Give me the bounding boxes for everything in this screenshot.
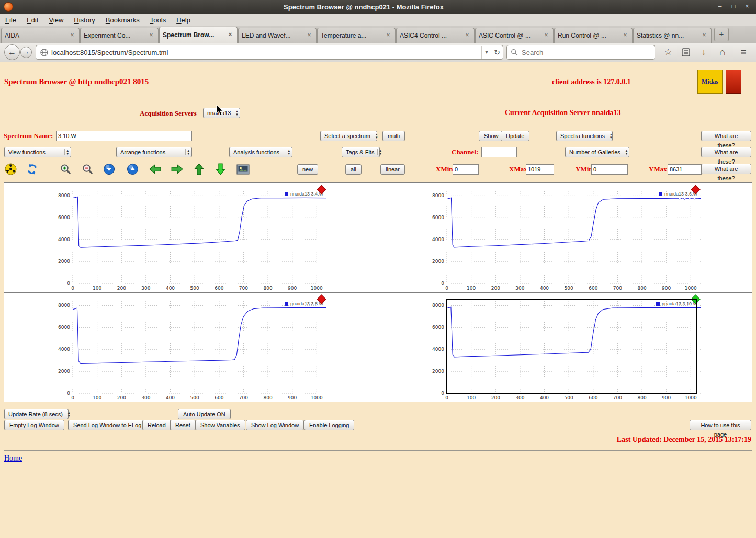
bookmarks-list-icon[interactable] [679,45,693,59]
search-input[interactable] [521,48,655,57]
menu-help[interactable]: Help [171,14,196,26]
tab-close-icon[interactable]: × [464,32,471,39]
what-are-these-button-1[interactable]: What are these? [701,131,751,141]
analysis-functions-select[interactable]: Analysis functions ▴▾ [229,147,292,157]
tags-fits-select[interactable]: Tags & Fits ▴▾ [342,147,380,157]
radiation-icon[interactable] [5,163,17,177]
linear-button[interactable]: linear [380,164,405,175]
bookmark-star-icon[interactable]: ☆ [661,45,675,59]
spectrum-panel-3-10-w[interactable]: 0200040006000800001002003004005006007008… [378,293,752,402]
svg-text:400: 400 [540,395,549,400]
select-spectrum-select[interactable]: Select a spectrum ▴▾ [320,131,377,141]
reset-button[interactable]: Reset [170,420,196,430]
tab-close-icon[interactable]: × [306,32,313,39]
maximize-icon[interactable]: □ [728,2,739,12]
menu-tools[interactable]: Tools [145,14,171,26]
reload-icon[interactable]: ↻ [491,48,503,56]
tab-close-icon[interactable]: × [385,32,392,39]
tab-asic-control[interactable]: ASIC Control @ ... × [475,28,554,43]
forward-icon[interactable]: → [20,47,32,58]
spectra-functions-select[interactable]: Spectra functions ▴▾ [556,131,613,141]
midas-logo[interactable]: Midas [697,70,723,94]
tab-statistics[interactable]: Statistics @ nn... × [633,28,712,43]
what-are-these-button-3[interactable]: What are these? [701,164,751,174]
menu-file[interactable]: File [0,14,21,26]
back-icon[interactable]: ← [4,44,20,60]
spectrum-panel-3-4-w[interactable]: 0200040006000800001002003004005006007008… [4,183,378,293]
spectrum-panel-3-6-w[interactable]: 0200040006000800001002003004005006007008… [378,183,752,293]
site-identity-globe-icon[interactable] [40,49,48,56]
arrow-down-icon[interactable] [215,163,226,178]
update-rate-select[interactable]: Update Rate (8 secs) ▴▾ [4,409,69,419]
tab-close-icon[interactable]: × [227,31,234,39]
multi-button[interactable]: multi [382,131,405,141]
zoom-in-icon[interactable] [60,163,72,177]
menu-edit[interactable]: Edit [21,14,43,26]
home-link[interactable]: Home [4,454,22,463]
hamburger-menu-icon[interactable]: ≡ [737,45,750,59]
tab-led-waveform[interactable]: LED and Wavef... × [238,28,317,43]
tab-close-icon[interactable]: × [622,32,629,39]
downloads-icon[interactable]: ↓ [697,45,710,59]
auto-update-button[interactable]: Auto Update ON [178,409,231,419]
menu-history[interactable]: History [69,14,100,26]
ymax-input[interactable] [668,164,702,175]
xmax-input[interactable] [526,164,554,175]
url-dropdown-icon[interactable]: ▾ [481,46,491,59]
url-bar[interactable]: localhost:8015/Spectrum/Spectrum.tml ▾ ↻ [36,45,503,60]
what-are-these-button-2[interactable]: What are these? [701,147,751,157]
refresh-icon[interactable] [26,163,38,177]
show-log-window-button[interactable]: Show Log Window [246,420,304,430]
spectrum-panel-3-8-w[interactable]: 0200040006000800001002003004005006007008… [4,293,378,402]
send-log-to-elog-button[interactable]: Send Log Window to ELog [68,420,146,430]
spinner-icon: ▴▾ [66,411,70,417]
gallery-image-icon[interactable] [236,164,250,177]
show-variables-button[interactable]: Show Variables [195,420,245,430]
legend-swatch [659,192,662,196]
tab-close-icon[interactable]: × [701,32,708,39]
all-button[interactable]: all [345,164,362,175]
arrow-right-icon[interactable] [171,164,184,177]
view-functions-select[interactable]: View functions ▴▾ [4,147,71,157]
ymin-input[interactable] [591,164,628,175]
search-bar[interactable] [506,45,655,60]
tab-close-icon[interactable]: × [543,32,550,39]
collapse-sphere-icon[interactable] [103,163,115,177]
show-button[interactable]: Show [479,131,504,141]
svg-text:200: 200 [491,285,500,291]
acquisition-server-select[interactable]: nnaida13 ▴▾ [203,108,240,118]
new-tab-icon[interactable]: + [714,28,729,41]
enable-logging-button[interactable]: Enable Logging [304,420,354,430]
window-close-icon[interactable]: × [741,2,753,12]
how-to-use-button[interactable]: How to use this page [690,420,751,430]
tab-aida[interactable]: AIDA × [1,28,80,43]
arrow-left-icon[interactable] [149,164,162,177]
home-icon[interactable]: ⌂ [716,45,729,59]
spectrum-name-input[interactable] [56,131,192,141]
reload-button[interactable]: Reload [142,420,171,430]
update-button[interactable]: Update [501,131,529,141]
zoom-out-icon[interactable] [82,163,94,177]
xmin-input[interactable] [453,164,479,175]
menu-view[interactable]: View [43,14,69,26]
tab-experiment-control[interactable]: Experiment Co... × [80,28,159,43]
new-button[interactable]: new [297,164,318,175]
svg-text:300: 300 [515,395,524,400]
channel-input[interactable] [481,147,517,157]
spinner-icon: ▴▾ [286,149,290,155]
tab-close-icon[interactable]: × [148,32,155,39]
tab-spectrum-browser[interactable]: Spectrum Brow... × [159,27,238,43]
arrow-up-icon[interactable] [194,163,205,178]
minimize-icon[interactable]: – [714,2,726,12]
url-text[interactable]: localhost:8015/Spectrum/Spectrum.tml [51,49,481,56]
facility-logo[interactable] [726,70,741,94]
tab-run-control[interactable]: Run Control @ ... × [554,28,633,43]
number-of-galleries-select[interactable]: Number of Galleries ▴▾ [565,147,629,157]
expand-sphere-icon[interactable] [127,163,139,177]
tab-asic4-control[interactable]: ASIC4 Control ... × [396,28,475,43]
menu-bookmarks[interactable]: Bookmarks [100,14,145,26]
tab-close-icon[interactable]: × [69,32,76,39]
empty-log-window-button[interactable]: Empty Log Window [4,420,64,430]
arrange-functions-select[interactable]: Arrange functions ▴▾ [116,147,192,157]
tab-temperature[interactable]: Temperature a... × [317,28,396,43]
